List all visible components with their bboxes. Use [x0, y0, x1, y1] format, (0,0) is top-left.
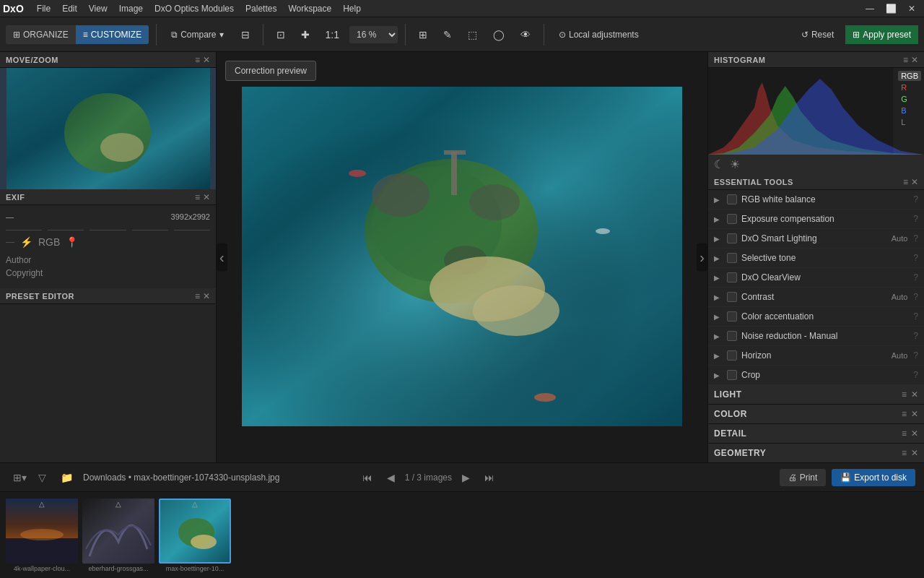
plus-button[interactable]: ✚: [295, 25, 315, 45]
move-zoom-menu-icon[interactable]: ≡: [195, 55, 200, 65]
menu-view[interactable]: View: [83, 2, 113, 15]
apply-preset-button[interactable]: ⊞ Apply preset: [845, 25, 918, 44]
tool-dxo-smart-lighting[interactable]: ▶ DxO Smart Lighting Auto ?: [708, 229, 924, 249]
tool-checkbox[interactable]: [727, 194, 737, 204]
tool-checkbox[interactable]: [727, 292, 737, 302]
tool-horizon[interactable]: ▶ Horizon Auto ?: [708, 346, 924, 366]
split-view-button[interactable]: ⊟: [235, 25, 256, 45]
hist-tab-g[interactable]: G: [898, 94, 921, 104]
section-geometry-menu[interactable]: ≡: [902, 448, 907, 458]
tool-help[interactable]: ?: [913, 292, 918, 302]
tool-checkbox[interactable]: [727, 272, 737, 282]
section-detail-menu[interactable]: ≡: [902, 428, 907, 439]
menu-file[interactable]: File: [31, 2, 56, 15]
hist-tab-rgb[interactable]: RGB: [898, 71, 921, 81]
hist-tab-l[interactable]: L: [898, 117, 921, 127]
customize-button[interactable]: ≡ CUSTOMIZE: [76, 25, 149, 44]
essential-tools-menu-icon[interactable]: ≡: [903, 177, 908, 187]
tool-checkbox[interactable]: [727, 311, 737, 322]
preset-editor-close-icon[interactable]: ✕: [203, 291, 210, 301]
tool-checkbox[interactable]: [727, 331, 737, 341]
tool-help[interactable]: ?: [913, 331, 918, 341]
tool-color-accentuation[interactable]: ▶ Color accentuation ?: [708, 307, 924, 327]
sort-button[interactable]: ⊞▾: [9, 469, 31, 486]
tool-exposure-compensation[interactable]: ▶ Exposure compensation ?: [708, 210, 924, 229]
section-detail-close[interactable]: ✕: [911, 428, 918, 439]
left-arrow-button[interactable]: ‹: [217, 243, 227, 272]
tool-checkbox[interactable]: [727, 214, 737, 224]
repair-tool-button[interactable]: ⬚: [462, 25, 483, 45]
zoom-select[interactable]: 16 % 25 % 50 % 100 %: [349, 26, 398, 43]
hist-tab-b[interactable]: B: [898, 105, 921, 116]
tool-help[interactable]: ?: [913, 194, 918, 204]
tool-help[interactable]: ?: [913, 272, 918, 282]
menu-dxo-optics[interactable]: DxO Optics Modules: [149, 2, 240, 15]
exif-menu-icon[interactable]: ≡: [195, 192, 200, 202]
crop-tool-button[interactable]: ⊞: [413, 25, 433, 45]
histogram-menu-icon[interactable]: ≡: [903, 55, 908, 65]
section-geometry[interactable]: GEOMETRY ≡ ✕: [708, 444, 924, 462]
menu-workspace[interactable]: Workspace: [282, 2, 337, 15]
correction-preview-button[interactable]: Correction preview: [225, 61, 316, 81]
maximize-button[interactable]: ⬜: [880, 2, 902, 15]
tool-help[interactable]: ?: [913, 311, 918, 322]
menu-palettes[interactable]: Palettes: [240, 2, 282, 15]
tool-checkbox[interactable]: [727, 350, 737, 361]
tool-help[interactable]: ?: [913, 214, 918, 224]
menu-help[interactable]: Help: [337, 2, 367, 15]
tool-noise-reduction[interactable]: ▶ Noise reduction - Manual ?: [708, 327, 924, 346]
filmstrip-item-0[interactable]: △ 4k-wallpaper-clou...: [6, 499, 78, 572]
tool-contrast[interactable]: ▶ Contrast Auto ?: [708, 288, 924, 307]
preset-editor-menu-icon[interactable]: ≡: [195, 291, 200, 301]
eye-tool-button[interactable]: 👁: [515, 25, 536, 45]
first-image-button[interactable]: ⏮: [358, 469, 377, 486]
compare-button[interactable]: ⧉ Compare ▾: [164, 25, 230, 44]
move-zoom-close-icon[interactable]: ✕: [203, 55, 210, 65]
tool-help[interactable]: ?: [913, 233, 918, 243]
menu-image[interactable]: Image: [113, 2, 149, 15]
tool-rgb-white-balance[interactable]: ▶ RGB white balance ?: [708, 190, 924, 210]
print-button[interactable]: 🖨 Print: [780, 469, 827, 486]
next-image-button[interactable]: ▶: [458, 469, 474, 486]
fit-button[interactable]: ⊡: [271, 25, 291, 45]
tool-help[interactable]: ?: [913, 370, 918, 380]
tool-selective-tone[interactable]: ▶ Selective tone ?: [708, 249, 924, 268]
right-arrow-button[interactable]: ›: [697, 243, 707, 272]
section-geometry-close[interactable]: ✕: [911, 448, 918, 458]
section-light-close[interactable]: ✕: [911, 389, 918, 400]
straighten-tool-button[interactable]: ✎: [437, 25, 458, 45]
tool-checkbox[interactable]: [727, 370, 737, 380]
tool-dxo-clearview[interactable]: ▶ DxO ClearView ?: [708, 268, 924, 288]
export-button[interactable]: 💾 Export to disk: [832, 469, 915, 486]
section-color[interactable]: COLOR ≡ ✕: [708, 405, 924, 424]
sun-icon[interactable]: ☀: [730, 158, 740, 171]
section-light-menu[interactable]: ≡: [902, 389, 907, 400]
filter-button[interactable]: ▽: [34, 469, 51, 486]
organize-button[interactable]: ⊞ ORGANIZE: [6, 25, 76, 44]
moon-icon[interactable]: ☾: [714, 158, 724, 171]
section-color-close[interactable]: ✕: [911, 409, 918, 419]
section-color-menu[interactable]: ≡: [902, 409, 907, 419]
reset-button[interactable]: ↺ Reset: [794, 25, 841, 44]
local-adjustments-button[interactable]: ⊙ Local adjustments: [552, 25, 646, 44]
prev-image-button[interactable]: ◀: [383, 469, 399, 486]
filmstrip-item-1[interactable]: △ eberhard-grossgas...: [82, 499, 154, 572]
histogram-close-icon[interactable]: ✕: [911, 55, 918, 65]
tool-help[interactable]: ?: [913, 350, 918, 361]
essential-tools-close-icon[interactable]: ✕: [911, 177, 918, 187]
last-image-button[interactable]: ⏭: [480, 469, 499, 486]
hist-tab-r[interactable]: R: [898, 82, 921, 92]
filmstrip-item-2[interactable]: △ max-boettinger-10...: [159, 499, 231, 572]
section-light[interactable]: LIGHT ≡ ✕: [708, 385, 924, 405]
minimize-button[interactable]: —: [860, 2, 880, 15]
exif-close-icon[interactable]: ✕: [203, 192, 210, 202]
mask-tool-button[interactable]: ◯: [487, 25, 510, 45]
tool-crop[interactable]: ▶ Crop ?: [708, 366, 924, 385]
one-to-one-button[interactable]: 1:1: [320, 25, 345, 45]
tool-checkbox[interactable]: [727, 253, 737, 263]
tool-checkbox[interactable]: [727, 233, 737, 243]
close-button[interactable]: ✕: [902, 2, 921, 15]
tool-help[interactable]: ?: [913, 253, 918, 263]
menu-edit[interactable]: Edit: [56, 2, 83, 15]
section-detail[interactable]: DETAIL ≡ ✕: [708, 424, 924, 444]
